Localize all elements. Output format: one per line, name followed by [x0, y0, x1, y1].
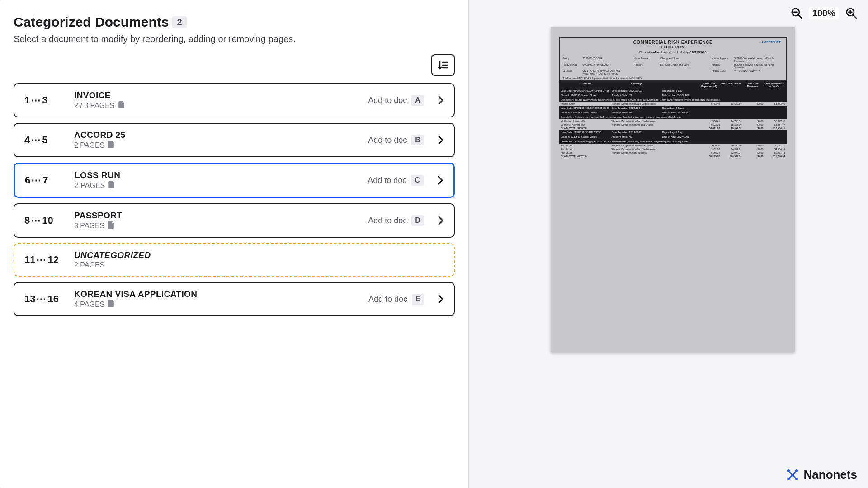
svg-line-15 — [789, 471, 792, 474]
range-dots: ⋯ — [35, 254, 47, 265]
page-title-count: 2 — [172, 16, 186, 28]
brand-watermark: Nanonets — [786, 468, 857, 482]
right-panel: 100% COMMERCIAL RISK EXPERIENCEAMERISURE… — [469, 0, 868, 488]
document-card[interactable]: 13⋯16KOREAN VISA APPLICATION4 PAGESAdd t… — [14, 282, 455, 316]
zoom-out-button[interactable] — [790, 6, 803, 20]
app-root: Categorized Documents 2 Select a documen… — [0, 0, 868, 488]
document-pages: 2 PAGES — [74, 261, 444, 269]
claim-band: Loss Date: 02/20/2004 02/20/2004 09:35:0… — [559, 106, 787, 110]
claim-row: M. Hunter Howard MDWorkers Compensation/… — [559, 119, 787, 123]
claim-row: Ann StuartWorkers Compensation/Indemnity… — [559, 151, 787, 155]
add-to-doc[interactable]: Add to docB — [368, 135, 424, 145]
shortcut-key: C — [411, 175, 424, 186]
document-meta: ACCORD 252 PAGES — [74, 130, 359, 150]
range-to: 5 — [42, 134, 47, 145]
shortcut-key: D — [411, 215, 424, 226]
add-to-doc[interactable]: Add to docA — [368, 95, 424, 106]
range-from: 13 — [24, 293, 35, 305]
range-from: 11 — [24, 254, 35, 265]
document-list: 1⋯3INVOICE2 / 3 PAGESAdd to docA4⋯5ACCOR… — [14, 83, 455, 316]
document-pages: 3 PAGES — [74, 221, 359, 230]
range-dots: ⋯ — [30, 94, 42, 106]
claim-band: Loss Date: 05/29/1993 09/29/1993 08:37:5… — [559, 89, 787, 93]
page-range: 6⋯7 — [25, 174, 66, 186]
svg-line-17 — [789, 475, 792, 478]
range-from: 8 — [24, 215, 30, 226]
zoom-out-icon — [791, 7, 802, 19]
preview-logo: AMERISURE — [761, 41, 782, 44]
left-panel: Categorized Documents 2 Select a documen… — [0, 0, 469, 488]
document-meta: UNCATEGORIZED2 PAGES — [74, 250, 444, 269]
claim-total: CLAIM TOTAL 3753528$1,011.03$9,957.37$0.… — [559, 127, 787, 130]
add-to-doc[interactable]: Add to docD — [368, 215, 424, 226]
add-to-doc-label: Add to doc — [368, 216, 407, 225]
preview-table-header: ClaimantCoverageTotal Paid Expenses (A)T… — [559, 81, 787, 89]
page-range: 11⋯12 — [24, 254, 65, 266]
document-pages: 2 PAGES — [74, 141, 359, 150]
zoom-in-button[interactable] — [844, 6, 858, 20]
page-icon — [118, 101, 125, 110]
preview-valued: Report valued as of end of day 01/31/202… — [562, 50, 783, 54]
add-to-doc[interactable]: Add to docE — [368, 294, 424, 305]
range-dots: ⋯ — [35, 293, 47, 305]
claim-desc: Description: Source always want that whe… — [559, 98, 787, 102]
document-name: KOREAN VISA APPLICATION — [74, 289, 359, 299]
range-to: 7 — [42, 174, 48, 186]
add-to-doc-label: Add to doc — [368, 295, 407, 304]
shortcut-key: A — [411, 95, 424, 106]
claim-desc: Description: Able likely happy around. S… — [559, 139, 787, 144]
range-from: 1 — [24, 94, 30, 106]
document-card[interactable]: 4⋯5ACCORD 252 PAGESAdd to docB — [14, 123, 455, 157]
page-title: Categorized Documents 2 — [14, 14, 455, 30]
svg-line-16 — [793, 471, 796, 474]
document-name: UNCATEGORIZED — [74, 250, 444, 260]
page-subtitle: Select a document to modify by reorderin… — [14, 33, 455, 45]
document-card[interactable]: 8⋯10PASSPORT3 PAGESAdd to docD — [14, 203, 455, 238]
preview-info: PolicyTY1010168 38/02Name InsuredChang a… — [562, 57, 783, 75]
range-dots: ⋯ — [30, 215, 42, 226]
document-preview[interactable]: COMMERCIAL RISK EXPERIENCEAMERISURELOSS … — [551, 27, 795, 352]
page-icon — [108, 300, 114, 309]
zoom-level: 100% — [809, 7, 839, 19]
sort-icon — [438, 60, 448, 70]
document-meta: PASSPORT3 PAGES — [74, 211, 359, 230]
page-icon — [108, 221, 114, 230]
claim-row: M. Hunter Howard MDWorkers Compensation/… — [559, 123, 787, 127]
page-range: 4⋯5 — [24, 134, 65, 146]
add-to-doc-label: Add to doc — [368, 96, 407, 105]
document-card[interactable]: 6⋯7LOSS RUN2 PAGESAdd to docC — [14, 163, 455, 198]
pages-text: 4 PAGES — [74, 300, 104, 309]
document-name: INVOICE — [74, 90, 359, 100]
range-dots: ⋯ — [30, 174, 42, 186]
page-range: 8⋯10 — [24, 215, 65, 226]
claim-row: Ann StuartWorkers Compensation/Medical D… — [559, 144, 787, 147]
pages-text: 2 PAGES — [74, 141, 104, 150]
pages-text: 2 PAGES — [75, 182, 105, 190]
sort-button[interactable] — [431, 54, 455, 76]
claim-row: Ann StuartWorkers Compensation/Job Displ… — [559, 147, 787, 151]
claim-desc: Description: Finished work perhaps hell … — [559, 115, 787, 119]
add-to-doc-label: Add to doc — [368, 136, 407, 145]
brand-logo-icon — [786, 468, 799, 482]
pages-text: 2 / 3 PAGES — [74, 102, 115, 110]
document-card[interactable]: 1⋯3INVOICE2 / 3 PAGESAdd to docA — [14, 83, 455, 117]
claim-band2: Claim #: 0109091 Status: ClosedAccident … — [559, 93, 787, 98]
document-pages: 2 / 3 PAGES — [74, 101, 359, 110]
range-from: 6 — [25, 174, 30, 186]
add-to-doc[interactable]: Add to docC — [368, 175, 424, 186]
document-card[interactable]: 11⋯12UNCATEGORIZED2 PAGES — [14, 243, 455, 277]
chevron-right-icon — [438, 294, 444, 304]
pages-text: 3 PAGES — [74, 222, 104, 230]
claim-band2: Claim #: 6237819 Status: ClosedAccident … — [559, 135, 787, 139]
claim-total: CLAIM TOTAL 6237819$1,145.78$14,584.14$0… — [559, 155, 787, 158]
range-to: 12 — [47, 254, 58, 265]
chevron-right-icon — [438, 135, 444, 145]
range-to: 3 — [42, 94, 47, 106]
range-to: 10 — [42, 215, 53, 226]
list-toolbar — [14, 54, 455, 76]
page-icon — [108, 141, 114, 150]
page-title-text: Categorized Documents — [14, 14, 169, 30]
document-name: ACCORD 25 — [74, 130, 359, 140]
chevron-right-icon — [438, 95, 444, 105]
svg-line-7 — [853, 15, 856, 18]
